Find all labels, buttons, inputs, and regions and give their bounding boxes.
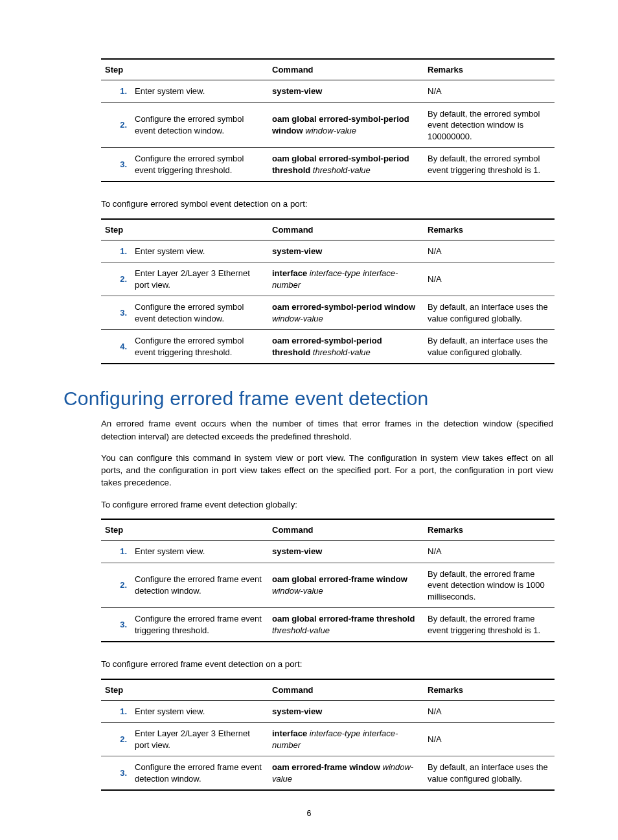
step-text: Enter system view. <box>131 80 268 103</box>
table-row: 3. Configure the errored frame event tri… <box>101 608 555 642</box>
procedure-table-3: Step Command Remarks 1. Enter system vie… <box>101 519 555 642</box>
command-text: system-view <box>268 80 424 103</box>
remarks-text: By default, an interface uses the value … <box>424 296 555 330</box>
table-row: 2. Configure the errored frame event det… <box>101 563 555 608</box>
step-number: 2. <box>101 563 131 608</box>
table-row: 3. Configure the errored frame event det… <box>101 756 555 791</box>
step-number: 1. <box>101 240 131 262</box>
step-text: Configure the errored symbol event trigg… <box>131 330 268 364</box>
step-text: Enter Layer 2/Layer 3 Ethernet port view… <box>131 262 268 296</box>
table-row: 2. Enter Layer 2/Layer 3 Ethernet port v… <box>101 723 555 756</box>
command-text: system-view <box>268 540 424 563</box>
col-step: Step <box>101 519 268 541</box>
command-text: oam global errored-frame threshold thres… <box>268 608 424 642</box>
step-text: Enter Layer 2/Layer 3 Ethernet port view… <box>131 723 268 756</box>
step-number: 2. <box>101 102 131 148</box>
body-text: An errored frame event occurs when the n… <box>101 417 553 443</box>
step-text: Configure the errored symbol event detec… <box>131 296 268 330</box>
command-text: oam errored-symbol-period threshold thre… <box>268 330 424 364</box>
procedure-table-1: Step Command Remarks 1. Enter system vie… <box>101 58 555 182</box>
table-row: 4. Configure the errored symbol event tr… <box>101 330 555 364</box>
command-text: oam errored-symbol-period window window-… <box>268 296 424 330</box>
remarks-text: N/A <box>424 723 555 756</box>
procedure-table-4: Step Command Remarks 1. Enter system vie… <box>101 679 555 791</box>
step-number: 1. <box>101 540 131 563</box>
remarks-text: By default, the errored frame event dete… <box>424 563 555 608</box>
step-text: Configure the errored symbol event detec… <box>131 102 268 148</box>
col-step: Step <box>101 59 268 80</box>
step-text: Enter system view. <box>131 540 268 563</box>
step-number: 2. <box>101 262 131 296</box>
remarks-text: By default, the errored symbol event det… <box>424 102 555 148</box>
remarks-text: N/A <box>424 700 555 723</box>
command-text: system-view <box>268 240 424 262</box>
page: Step Command Remarks 1. Enter system vie… <box>0 0 618 840</box>
page-number: 6 <box>0 809 618 818</box>
remarks-text: N/A <box>424 262 555 296</box>
table-row: 1. Enter system view. system-view N/A <box>101 80 555 103</box>
step-text: Configure the errored frame event detect… <box>131 756 268 791</box>
command-text: system-view <box>268 700 424 723</box>
step-text: Enter system view. <box>131 240 268 262</box>
body-text: You can configure this command in system… <box>101 452 553 489</box>
remarks-text: By default, an interface uses the value … <box>424 330 555 364</box>
table-row: 3. Configure the errored symbol event tr… <box>101 148 555 182</box>
step-number: 2. <box>101 723 131 756</box>
body-text: To configure errored symbol event detect… <box>101 198 553 210</box>
table-row: 2. Enter Layer 2/Layer 3 Ethernet port v… <box>101 262 555 296</box>
col-command: Command <box>268 59 424 80</box>
step-number: 4. <box>101 330 131 364</box>
step-text: Configure the errored frame event detect… <box>131 563 268 608</box>
remarks-text: By default, the errored frame event trig… <box>424 608 555 642</box>
table-row: 2. Configure the errored symbol event de… <box>101 102 555 148</box>
remarks-text: N/A <box>424 540 555 563</box>
col-step: Step <box>101 679 268 701</box>
col-command: Command <box>268 519 424 541</box>
col-command: Command <box>268 679 424 701</box>
command-text: interface interface-type interface-numbe… <box>268 262 424 296</box>
section-heading: Configuring errored frame event detectio… <box>63 388 555 410</box>
body-text: To configure errored frame event detecti… <box>101 498 553 511</box>
command-text: oam global errored-symbol-period thresho… <box>268 148 424 182</box>
table-row: 1. Enter system view. system-view N/A <box>101 540 555 563</box>
step-number: 1. <box>101 80 131 103</box>
col-remarks: Remarks <box>424 519 555 541</box>
remarks-text: N/A <box>424 80 555 103</box>
command-text: oam global errored-frame window window-v… <box>268 563 424 608</box>
body-text: To configure errored frame event detecti… <box>101 658 553 670</box>
step-number: 3. <box>101 608 131 642</box>
col-remarks: Remarks <box>424 59 555 80</box>
step-text: Configure the errored frame event trigge… <box>131 608 268 642</box>
step-number: 3. <box>101 296 131 330</box>
remarks-text: N/A <box>424 240 555 262</box>
step-text: Configure the errored symbol event trigg… <box>131 148 268 182</box>
remarks-text: By default, an interface uses the value … <box>424 756 555 791</box>
col-command: Command <box>268 219 424 240</box>
col-step: Step <box>101 219 268 240</box>
command-text: oam global errored-symbol-period window … <box>268 102 424 148</box>
step-number: 1. <box>101 700 131 723</box>
step-number: 3. <box>101 756 131 791</box>
command-text: oam errored-frame window window-value <box>268 756 424 791</box>
col-remarks: Remarks <box>424 219 555 240</box>
table-row: 3. Configure the errored symbol event de… <box>101 296 555 330</box>
col-remarks: Remarks <box>424 679 555 701</box>
table-row: 1. Enter system view. system-view N/A <box>101 700 555 723</box>
procedure-table-2: Step Command Remarks 1. Enter system vie… <box>101 218 555 365</box>
command-text: interface interface-type interface-numbe… <box>268 723 424 756</box>
step-text: Enter system view. <box>131 700 268 723</box>
step-number: 3. <box>101 148 131 182</box>
table-row: 1. Enter system view. system-view N/A <box>101 240 555 262</box>
remarks-text: By default, the errored symbol event tri… <box>424 148 555 182</box>
